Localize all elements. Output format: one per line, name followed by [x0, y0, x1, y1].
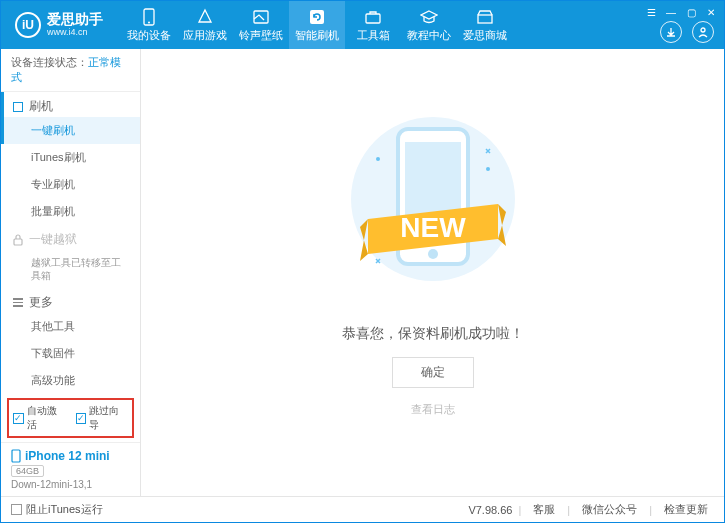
- svg-rect-8: [12, 450, 20, 462]
- device-download: Down-12mini-13,1: [11, 479, 130, 490]
- minimize-button[interactable]: —: [664, 5, 678, 19]
- body: 设备连接状态：正常模式 刷机 一键刷机 iTunes刷机 专业刷机 批量刷机 一…: [1, 49, 724, 496]
- success-illustration: NEW: [348, 109, 518, 309]
- nav-smart-flash[interactable]: 智能刷机: [289, 1, 345, 49]
- main-content: NEW 恭喜您，保资料刷机成功啦！ 确定 查看日志: [141, 49, 724, 496]
- svg-point-1: [148, 21, 150, 23]
- close-button[interactable]: ✕: [704, 5, 718, 19]
- nav-store[interactable]: 爱思商城: [457, 1, 513, 49]
- svg-point-14: [486, 167, 490, 171]
- brand-url: www.i4.cn: [47, 28, 103, 38]
- device-panel[interactable]: iPhone 12 mini 64GB Down-12mini-13,1: [1, 442, 140, 496]
- hamburger-icon: [13, 298, 23, 307]
- nav-toolbox[interactable]: 工具箱: [345, 1, 401, 49]
- sidebar: 设备连接状态：正常模式 刷机 一键刷机 iTunes刷机 专业刷机 批量刷机 一…: [1, 49, 141, 496]
- nav-label: 智能刷机: [295, 28, 339, 43]
- check-update-link[interactable]: 检查更新: [658, 502, 714, 517]
- svg-rect-7: [14, 239, 22, 245]
- nav-my-devices[interactable]: 我的设备: [121, 1, 177, 49]
- nav-label: 教程中心: [407, 28, 451, 43]
- sidebar-item-onekey-flash[interactable]: 一键刷机: [1, 117, 140, 144]
- nav-ringtones-wallpapers[interactable]: 铃声壁纸: [233, 1, 289, 49]
- section-title: 一键越狱: [29, 231, 77, 248]
- view-log-link[interactable]: 查看日志: [411, 402, 455, 417]
- title-circle-buttons: [660, 21, 714, 43]
- jailbreak-note: 越狱工具已转移至工具箱: [1, 250, 140, 288]
- connection-status: 设备连接状态：正常模式: [1, 49, 140, 92]
- svg-point-6: [701, 28, 705, 32]
- check-icon: ✓: [13, 413, 24, 424]
- sidebar-item-advanced[interactable]: 高级功能: [1, 367, 140, 394]
- device-name: iPhone 12 mini: [11, 449, 130, 463]
- sidebar-item-batch-flash[interactable]: 批量刷机: [1, 198, 140, 225]
- window-controls: ☰ — ▢ ✕: [644, 5, 718, 19]
- option-checkboxes: ✓自动激活 ✓跳过向导: [7, 398, 134, 438]
- statusbar: 阻止iTunes运行 V7.98.66 | 客服 | 微信公众号 | 检查更新: [1, 496, 724, 522]
- version-label: V7.98.66: [468, 504, 512, 516]
- svg-point-12: [428, 249, 438, 259]
- section-more[interactable]: 更多: [1, 288, 140, 313]
- wechat-link[interactable]: 微信公众号: [576, 502, 643, 517]
- user-button[interactable]: [692, 21, 714, 43]
- conn-label: 设备连接状态：: [11, 56, 88, 68]
- checkbox-label: 自动激活: [27, 404, 66, 432]
- sidebar-item-pro-flash[interactable]: 专业刷机: [1, 171, 140, 198]
- apps-icon: [196, 8, 214, 26]
- nav-label: 工具箱: [357, 28, 390, 43]
- success-message: 恭喜您，保资料刷机成功啦！: [342, 325, 524, 343]
- nav-label: 爱思商城: [463, 28, 507, 43]
- section-title: 刷机: [29, 98, 53, 115]
- device-icon: [11, 449, 21, 463]
- checkbox-skip-guide[interactable]: ✓跳过向导: [76, 404, 129, 432]
- logo-icon: iU: [15, 12, 41, 38]
- brand-title: 爱思助手: [47, 12, 103, 27]
- phone-icon: [140, 8, 158, 26]
- flash-section-icon: [13, 102, 23, 112]
- sidebar-item-itunes-flash[interactable]: iTunes刷机: [1, 144, 140, 171]
- section-jailbreak: 一键越狱: [1, 225, 140, 250]
- graduation-icon: [420, 8, 438, 26]
- section-title: 更多: [29, 294, 53, 311]
- menu-icon[interactable]: ☰: [644, 5, 658, 19]
- nav-tutorials[interactable]: 教程中心: [401, 1, 457, 49]
- nav-label: 铃声壁纸: [239, 28, 283, 43]
- device-storage: 64GB: [11, 465, 44, 477]
- svg-rect-5: [478, 15, 492, 23]
- checkbox-label: 跳过向导: [89, 404, 128, 432]
- main-nav: 我的设备 应用游戏 铃声壁纸 智能刷机 工具箱 教程中心: [121, 1, 513, 49]
- checkbox-label: 阻止iTunes运行: [26, 502, 103, 517]
- nav-apps-games[interactable]: 应用游戏: [177, 1, 233, 49]
- support-link[interactable]: 客服: [527, 502, 561, 517]
- lock-icon: [13, 234, 23, 246]
- nav-label: 我的设备: [127, 28, 171, 43]
- checkbox-icon: [11, 504, 22, 515]
- svg-point-13: [376, 157, 380, 161]
- sidebar-item-other-tools[interactable]: 其他工具: [1, 313, 140, 340]
- checkbox-block-itunes[interactable]: 阻止iTunes运行: [11, 502, 103, 517]
- ok-button[interactable]: 确定: [392, 357, 474, 388]
- app-window: iU 爱思助手 www.i4.cn 我的设备 应用游戏 铃声壁纸 智能刷机: [0, 0, 725, 523]
- checkbox-auto-activate[interactable]: ✓自动激活: [13, 404, 66, 432]
- toolbox-icon: [364, 8, 382, 26]
- refresh-icon: [308, 8, 326, 26]
- sidebar-item-download-firmware[interactable]: 下载固件: [1, 340, 140, 367]
- ribbon-text: NEW: [400, 212, 466, 243]
- store-icon: [476, 8, 494, 26]
- nav-label: 应用游戏: [183, 28, 227, 43]
- check-icon: ✓: [76, 413, 87, 424]
- titlebar: iU 爱思助手 www.i4.cn 我的设备 应用游戏 铃声壁纸 智能刷机: [1, 1, 724, 49]
- maximize-button[interactable]: ▢: [684, 5, 698, 19]
- brand-logo: iU 爱思助手 www.i4.cn: [15, 12, 103, 38]
- section-flash[interactable]: 刷机: [1, 92, 140, 117]
- svg-rect-4: [366, 14, 380, 23]
- download-button[interactable]: [660, 21, 682, 43]
- wallpaper-icon: [252, 8, 270, 26]
